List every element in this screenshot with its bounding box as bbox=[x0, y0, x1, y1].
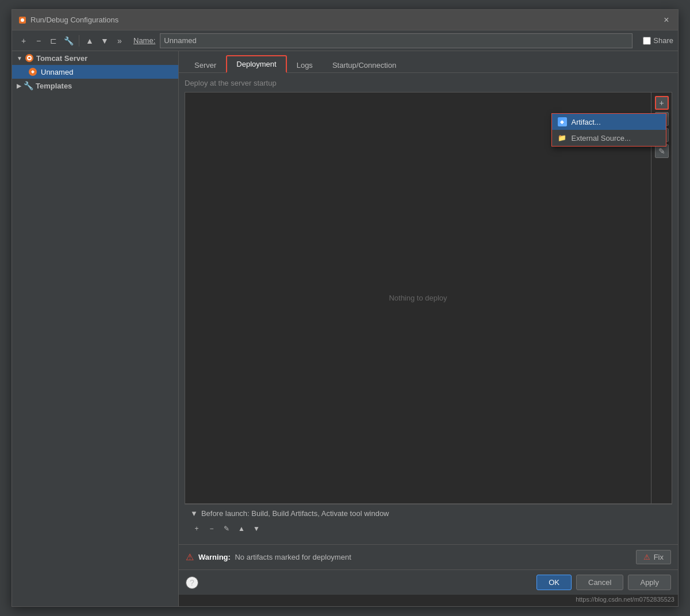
fix-button[interactable]: ⚠ Fix bbox=[636, 550, 671, 564]
add-dropdown-menu: ◆ Artifact... 📁 External Source... bbox=[551, 113, 666, 147]
cancel-button[interactable]: Cancel bbox=[576, 575, 623, 590]
tab-panel-deployment: Deploy at the server startup Nothing to … bbox=[179, 73, 678, 544]
chevron-right-icon: ▶ bbox=[17, 83, 21, 89]
add-deploy-button[interactable]: + bbox=[655, 96, 669, 110]
dialog-title: Run/Debug Configurations bbox=[30, 16, 118, 24]
empty-deploy-text: Nothing to deploy bbox=[389, 294, 447, 302]
remove-config-button[interactable]: − bbox=[32, 34, 45, 48]
title-bar-left: Run/Debug Configurations bbox=[18, 16, 118, 25]
artifact-label: Artifact... bbox=[572, 118, 601, 126]
artifact-icon: ◆ bbox=[558, 117, 567, 126]
unnamed-label: Unnamed bbox=[41, 68, 73, 76]
tab-server[interactable]: Server bbox=[185, 57, 226, 73]
before-launch-label: Before launch: Build, Build Artifacts, A… bbox=[201, 509, 389, 518]
tomcat-group-label: Tomcat Server bbox=[36, 54, 87, 63]
toolbar: + − ⊏ 🔧 ▲ ▼ » Name: Share bbox=[12, 30, 678, 51]
wrench-icon: 🔧 bbox=[24, 81, 33, 90]
footer-buttons: OK Cancel Apply bbox=[536, 575, 671, 590]
tab-startup[interactable]: Startup/Connection bbox=[323, 57, 406, 73]
apply-button[interactable]: Apply bbox=[628, 575, 671, 590]
templates-group[interactable]: ▶ 🔧 Templates bbox=[12, 79, 178, 93]
warning-bold: Warning: bbox=[198, 553, 231, 561]
url-bar: https://blog.csdn.net/m0752835523 bbox=[179, 595, 678, 606]
before-launch-down-button[interactable]: ▼ bbox=[250, 522, 263, 535]
copy-config-button[interactable]: ⊏ bbox=[47, 34, 60, 48]
share-label: Share bbox=[653, 36, 673, 45]
svg-point-1 bbox=[21, 18, 24, 22]
before-launch-edit-button[interactable]: ✎ bbox=[220, 522, 233, 535]
before-launch-add-button[interactable]: + bbox=[190, 522, 203, 535]
tabs-row: Server Deployment Logs Startup/Connectio… bbox=[179, 51, 678, 73]
deploy-area: Nothing to deploy + ◆ Artifact... bbox=[185, 92, 672, 504]
move-down-button[interactable]: ▼ bbox=[98, 34, 112, 48]
before-launch-header: ▼ Before launch: Build, Build Artifacts,… bbox=[190, 509, 666, 518]
chevron-down-icon: ▼ bbox=[17, 55, 22, 61]
dialog-icon bbox=[18, 16, 27, 25]
deploy-section-label: Deploy at the server startup bbox=[185, 79, 672, 87]
help-button[interactable]: ? bbox=[186, 576, 198, 589]
external-source-icon: 📁 bbox=[558, 133, 567, 143]
tomcat-server-group[interactable]: ▼ Tomcat Server bbox=[12, 51, 178, 65]
unnamed-icon bbox=[28, 67, 37, 76]
deploy-buttons: + ◆ Artifact... 📁 External Source... bbox=[651, 93, 672, 503]
tomcat-icon bbox=[25, 53, 34, 63]
templates-label: Templates bbox=[36, 82, 72, 90]
fix-warning-icon: ⚠ bbox=[643, 553, 650, 561]
right-panel: Server Deployment Logs Startup/Connectio… bbox=[179, 51, 678, 606]
sidebar: ▼ Tomcat Server Unnamed ▶ 🔧 bbox=[12, 51, 179, 606]
before-launch-toolbar: + − ✎ ▲ ▼ bbox=[190, 521, 666, 536]
url-text: https://blog.csdn.net/m0752835523 bbox=[576, 596, 674, 603]
share-checkbox[interactable] bbox=[643, 37, 651, 45]
name-input[interactable] bbox=[160, 33, 632, 48]
move-up-button[interactable]: ▲ bbox=[83, 34, 97, 48]
warning-text: Warning: No artifacts marked for deploym… bbox=[198, 553, 631, 561]
warning-bar: ⚠ Warning: No artifacts marked for deplo… bbox=[179, 544, 678, 569]
toolbar-separator bbox=[79, 35, 79, 47]
close-button[interactable]: × bbox=[661, 14, 672, 26]
fix-label: Fix bbox=[654, 553, 664, 561]
title-bar: Run/Debug Configurations × bbox=[12, 10, 678, 30]
main-content: ▼ Tomcat Server Unnamed ▶ 🔧 bbox=[12, 51, 678, 606]
add-config-button[interactable]: + bbox=[17, 34, 30, 48]
warning-icon: ⚠ bbox=[186, 552, 194, 563]
ok-button[interactable]: OK bbox=[536, 575, 572, 590]
before-launch-remove-button[interactable]: − bbox=[205, 522, 218, 535]
svg-point-4 bbox=[28, 57, 30, 59]
before-launch-section: ▼ Before launch: Build, Build Artifacts,… bbox=[185, 504, 672, 538]
share-row: Share bbox=[643, 36, 673, 45]
tab-deployment[interactable]: Deployment bbox=[226, 55, 286, 73]
more-button[interactable]: » bbox=[113, 34, 126, 48]
deploy-list: Nothing to deploy bbox=[185, 93, 651, 503]
dialog-footer: ? OK Cancel Apply bbox=[179, 569, 678, 595]
external-source-label: External Source... bbox=[572, 134, 631, 143]
sidebar-item-unnamed[interactable]: Unnamed bbox=[12, 65, 178, 79]
before-launch-chevron-icon: ▼ bbox=[190, 509, 198, 518]
dropdown-artifact-item[interactable]: ◆ Artifact... bbox=[552, 114, 666, 130]
warning-message: No artifacts marked for deployment bbox=[235, 553, 351, 561]
tab-logs[interactable]: Logs bbox=[287, 57, 323, 73]
add-button-container: + ◆ Artifact... 📁 External Source... bbox=[655, 96, 669, 110]
dropdown-external-source-item[interactable]: 📁 External Source... bbox=[552, 130, 666, 146]
before-launch-up-button[interactable]: ▲ bbox=[235, 522, 248, 535]
settings-button[interactable]: 🔧 bbox=[62, 34, 75, 48]
name-label: Name: bbox=[133, 36, 155, 45]
